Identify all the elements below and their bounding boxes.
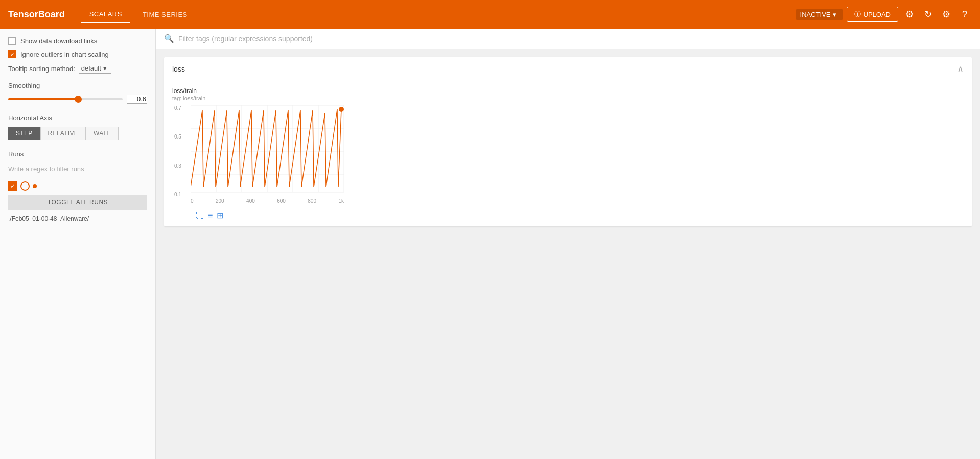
x-label-800: 800 xyxy=(308,198,316,204)
tooltip-row: Tooltip sorting method: default ▾ xyxy=(8,63,147,74)
y-label-01: 0.1 xyxy=(174,192,181,197)
ignore-outliers-row: Ignore outliers in chart scaling xyxy=(8,50,147,58)
chart-tag: tag: loss/train xyxy=(172,95,964,101)
info-circle-icon: ⓘ xyxy=(854,10,861,19)
slider-thumb[interactable] xyxy=(75,96,82,103)
runs-label: Runs xyxy=(8,150,147,158)
show-download-label: Show data download links xyxy=(20,37,97,45)
tooltip-chevron-icon: ▾ xyxy=(103,64,107,72)
axis-step-button[interactable]: STEP xyxy=(8,127,40,140)
ignore-outliers-checkbox[interactable] xyxy=(8,50,16,58)
download-icon[interactable]: ⊞ xyxy=(217,211,223,220)
filter-input[interactable] xyxy=(178,35,972,43)
filter-bar: 🔍 xyxy=(156,29,980,49)
nav-scalars[interactable]: SCALARS xyxy=(81,6,130,23)
refresh-icon[interactable]: ↻ xyxy=(921,7,935,21)
horizontal-axis-label: Horizontal Axis xyxy=(8,114,147,122)
svg-point-12 xyxy=(339,107,344,112)
show-download-checkbox[interactable] xyxy=(8,37,16,45)
search-icon: 🔍 xyxy=(164,34,174,43)
chart-title: loss/train xyxy=(172,87,964,95)
collapse-icon[interactable]: ∧ xyxy=(957,63,964,75)
nav: SCALARS TIME SERIES xyxy=(81,6,196,23)
y-label-07: 0.7 xyxy=(174,105,181,111)
inactive-select[interactable]: INACTIVE ▾ xyxy=(796,9,843,20)
ignore-outliers-label: Ignore outliers in chart scaling xyxy=(20,51,109,58)
settings-icon[interactable]: ⚙ xyxy=(939,7,953,21)
tooltip-select[interactable]: default ▾ xyxy=(79,63,111,74)
axis-buttons: STEP RELATIVE WALL xyxy=(8,127,147,140)
tooltip-value: default xyxy=(81,64,101,72)
chart-actions: ⛶ ≡ ⊞ xyxy=(172,208,964,222)
runs-row xyxy=(8,181,147,191)
smoothing-value-input[interactable]: 0.6 xyxy=(127,95,147,104)
smoothing-slider[interactable] xyxy=(8,98,123,100)
x-label-400: 400 xyxy=(246,198,255,204)
chart-section-header: loss ∧ xyxy=(164,57,972,81)
settings-outline-icon[interactable]: ⚙ xyxy=(902,7,917,21)
fullscreen-icon[interactable]: ⛶ xyxy=(196,211,204,220)
show-download-row: Show data download links xyxy=(8,37,147,45)
x-label-600: 600 xyxy=(277,198,286,204)
axis-wall-button[interactable]: WALL xyxy=(86,127,118,140)
inactive-label: INACTIVE xyxy=(800,11,831,18)
x-label-200: 200 xyxy=(216,198,224,204)
upload-button[interactable]: ⓘ UPLOAD xyxy=(847,7,898,22)
topbar: TensorBoard SCALARS TIME SERIES INACTIVE… xyxy=(0,0,980,29)
sidebar: Show data download links Ignore outliers… xyxy=(0,29,156,459)
axis-relative-button[interactable]: RELATIVE xyxy=(40,127,86,140)
chart-wrapper: 0.7 0.5 0.3 0.1 xyxy=(191,105,344,208)
smoothing-label: Smoothing xyxy=(8,82,147,89)
y-label-05: 0.5 xyxy=(174,134,181,140)
topbar-right: INACTIVE ▾ ⓘ UPLOAD ⚙ ↻ ⚙ ? xyxy=(796,7,972,22)
data-table-icon[interactable]: ≡ xyxy=(208,211,213,220)
horizontal-axis-section: Horizontal Axis STEP RELATIVE WALL xyxy=(8,114,147,140)
runs-section: Runs TOGGLE ALL RUNS ./Feb05_01-00-48_Al… xyxy=(8,150,147,222)
slider-fill xyxy=(8,98,77,100)
toggle-all-button[interactable]: TOGGLE ALL RUNS xyxy=(8,195,147,210)
smoothing-section: Smoothing 0.6 xyxy=(8,82,147,104)
nav-time-series[interactable]: TIME SERIES xyxy=(134,7,196,22)
run-name: ./Feb05_01-00-48_Alienware/ xyxy=(8,215,147,222)
main-content: 🔍 loss ∧ loss/train tag: loss/train 0.7 … xyxy=(156,29,980,459)
x-label-1k: 1k xyxy=(338,198,344,204)
help-icon[interactable]: ? xyxy=(958,7,972,21)
chart-section-title: loss xyxy=(172,65,185,73)
smoothing-slider-row: 0.6 xyxy=(8,95,147,104)
run-checkbox[interactable] xyxy=(8,181,17,191)
run-dot xyxy=(33,184,37,188)
tooltip-sorting-label: Tooltip sorting method: xyxy=(8,65,75,73)
runs-filter-input[interactable] xyxy=(8,163,147,175)
chart-container: loss/train tag: loss/train 0.7 0.5 0.3 0… xyxy=(164,81,972,226)
chevron-down-icon: ▾ xyxy=(833,11,836,18)
x-label-0: 0 xyxy=(191,198,194,204)
y-label-03: 0.3 xyxy=(174,163,181,169)
main-layout: Show data download links Ignore outliers… xyxy=(0,29,980,459)
chart-svg xyxy=(191,105,344,197)
run-radio[interactable] xyxy=(20,181,30,191)
app-logo: TensorBoard xyxy=(8,9,65,20)
chart-section: loss ∧ loss/train tag: loss/train 0.7 0.… xyxy=(164,57,972,226)
